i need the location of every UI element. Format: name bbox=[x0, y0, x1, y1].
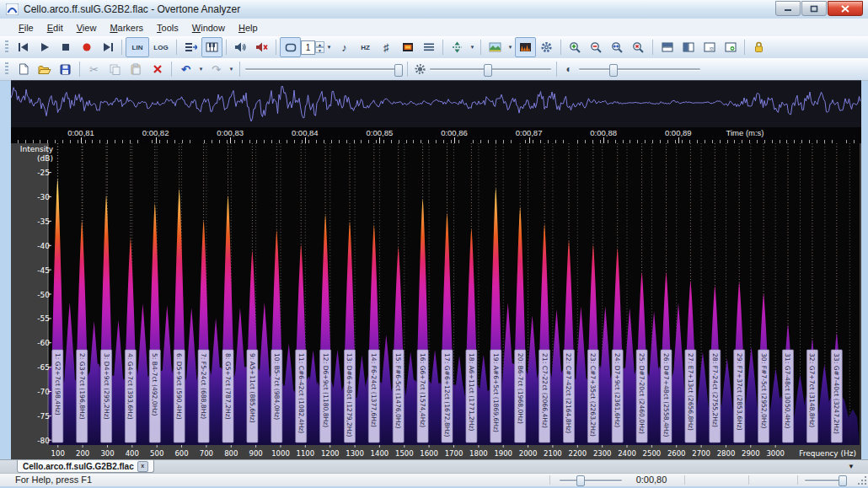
slider-thumb[interactable] bbox=[839, 475, 847, 486]
svg-text:31: G7-48ct (3050,4Hz): 31: G7-48ct (3050,4Hz) bbox=[784, 353, 791, 429]
status-time-slider[interactable] bbox=[558, 473, 624, 488]
menu-item-window[interactable]: Window bbox=[185, 21, 232, 35]
loop-count-spinner[interactable]: 1 ▲ ▼ bbox=[301, 40, 324, 55]
mute-button[interactable] bbox=[251, 37, 272, 57]
minimize-button[interactable] bbox=[775, 1, 801, 16]
spectrum-panel[interactable]: 1: G2+7ct (98,4Hz)2: G3+7ct (196,8Hz)3: … bbox=[11, 143, 861, 459]
delete-button[interactable] bbox=[147, 59, 168, 79]
svg-text:8: G5+7ct (787,2Hz): 8: G5+7ct (787,2Hz) bbox=[224, 353, 232, 420]
maximize-button[interactable] bbox=[801, 1, 827, 16]
play-button[interactable] bbox=[34, 37, 55, 57]
close-button[interactable] bbox=[828, 1, 863, 16]
svg-text:14: F6-24ct (1377,6Hz): 14: F6-24ct (1377,6Hz) bbox=[370, 353, 378, 427]
redo-button[interactable]: ↷ bbox=[206, 59, 227, 79]
svg-text:26: D#7+48ct (2558,4Hz): 26: D#7+48ct (2558,4Hz) bbox=[662, 353, 670, 437]
brightness-sun-icon bbox=[414, 63, 426, 75]
zoom-reset-button[interactable] bbox=[628, 37, 649, 57]
loop-toggle-button[interactable] bbox=[280, 37, 301, 57]
linear-scale-button[interactable]: LIN bbox=[126, 37, 149, 57]
status-help-text: For Help, press F1 bbox=[15, 475, 92, 485]
slider-track bbox=[245, 68, 402, 70]
log-scale-button[interactable]: LOG bbox=[149, 37, 173, 57]
peak-label: 16: G6+7ct (1574,4Hz) bbox=[417, 350, 428, 442]
settings-button[interactable] bbox=[536, 37, 557, 57]
lock-icon bbox=[753, 41, 764, 53]
time-tick bbox=[454, 137, 455, 143]
menu-item-tools[interactable]: Tools bbox=[150, 21, 185, 35]
new-pane-icon bbox=[725, 42, 737, 52]
redo-history-dropdown[interactable]: ▼ bbox=[227, 61, 236, 78]
undo-history-dropdown[interactable]: ▼ bbox=[196, 61, 206, 78]
toolbar-grip[interactable] bbox=[5, 62, 8, 76]
layout-horizontal-split-button[interactable] bbox=[656, 37, 678, 57]
toolbar-grip[interactable] bbox=[5, 40, 8, 54]
slider-thumb[interactable] bbox=[484, 64, 492, 77]
document-tab[interactable]: Cello.arco.ff.sulG.G2B2.flac x bbox=[17, 460, 154, 473]
fit-vertical-button[interactable] bbox=[447, 37, 468, 57]
layout-close-pane-button[interactable] bbox=[699, 37, 720, 57]
svg-text:1300: 1300 bbox=[346, 449, 364, 458]
skip-to-start-button[interactable] bbox=[13, 37, 34, 57]
menu-item-view[interactable]: View bbox=[70, 21, 104, 35]
peak-label: 26: D#7+48ct (2558,4Hz) bbox=[661, 350, 672, 442]
spinner-up-icon[interactable]: ▲ bbox=[315, 41, 324, 47]
brightness-slider[interactable] bbox=[428, 62, 553, 77]
spectrogram-colors-button[interactable] bbox=[397, 37, 418, 57]
menu-item-markers[interactable]: Markers bbox=[103, 21, 150, 35]
save-file-button[interactable] bbox=[55, 59, 76, 79]
open-file-button[interactable] bbox=[34, 59, 55, 79]
contrast-slider[interactable] bbox=[577, 62, 702, 77]
resize-grip[interactable] bbox=[857, 475, 867, 485]
waveform-panel[interactable] bbox=[11, 80, 861, 128]
spinner-down-icon[interactable]: ▼ bbox=[315, 47, 324, 53]
sharp-icon: ♯ bbox=[383, 42, 389, 53]
record-button[interactable] bbox=[76, 37, 97, 57]
play-icon bbox=[40, 42, 50, 52]
tab-list-dropdown[interactable]: ▼ bbox=[848, 463, 855, 470]
skip-to-end-button[interactable] bbox=[97, 37, 118, 57]
time-ruler[interactable]: 0:00,810:00,820:00,830:00,840:00,850:00,… bbox=[11, 127, 861, 144]
menu-item-file[interactable]: File bbox=[12, 21, 40, 35]
lock-view-button[interactable] bbox=[748, 37, 769, 57]
status-zoom-slider[interactable] bbox=[803, 473, 847, 488]
colormap-dropdown[interactable]: ▼ bbox=[506, 39, 515, 56]
svg-text:100: 100 bbox=[51, 449, 65, 458]
loop-count-value[interactable]: 1 bbox=[301, 40, 315, 55]
fit-vertical-dropdown[interactable]: ▼ bbox=[468, 39, 477, 56]
zoom-fit-width-button[interactable] bbox=[607, 37, 628, 57]
spectrum-plot[interactable]: 1: G2+7ct (98,4Hz)2: G3+7ct (196,8Hz)3: … bbox=[11, 143, 861, 459]
layout-vertical-split-button[interactable] bbox=[678, 37, 699, 57]
accidentals-button[interactable]: ♯ bbox=[376, 37, 397, 57]
layout-new-pane-button[interactable] bbox=[720, 37, 741, 57]
paste-button[interactable] bbox=[126, 59, 147, 79]
copy-button[interactable] bbox=[104, 59, 126, 79]
slider-thumb[interactable] bbox=[576, 475, 585, 486]
undo-button[interactable]: ↶ bbox=[175, 59, 196, 79]
cut-button[interactable]: ✂ bbox=[83, 59, 104, 79]
spectrum-view-button[interactable] bbox=[515, 37, 536, 57]
stop-button[interactable] bbox=[55, 37, 76, 57]
playback-position-slider[interactable] bbox=[244, 62, 404, 77]
colormap-button[interactable] bbox=[485, 37, 506, 57]
waveform-plot bbox=[11, 81, 861, 128]
marker-list-button[interactable] bbox=[180, 37, 201, 57]
zoom-out-button[interactable] bbox=[586, 37, 607, 57]
new-file-button[interactable] bbox=[13, 59, 34, 79]
svg-text:5: B4-7ct (492,0Hz): 5: B4-7ct (492,0Hz) bbox=[151, 353, 158, 416]
audio-output-button[interactable] bbox=[230, 37, 251, 57]
keyboard-view-button[interactable] bbox=[201, 37, 222, 57]
tab-close-icon[interactable]: x bbox=[137, 461, 148, 472]
note-names-button[interactable]: ♪ bbox=[334, 37, 355, 57]
svg-text:-75: -75 bbox=[37, 412, 50, 421]
slider-thumb[interactable] bbox=[394, 64, 403, 77]
frequency-unit-button[interactable]: HZ bbox=[355, 37, 376, 57]
grid-lines-button[interactable] bbox=[418, 37, 439, 57]
menu-item-edit[interactable]: Edit bbox=[40, 21, 70, 35]
loop-options-dropdown[interactable]: ▼ bbox=[324, 39, 334, 56]
slider-thumb[interactable] bbox=[609, 64, 618, 77]
zoom-in-button[interactable] bbox=[565, 37, 586, 57]
peak-label: 20: B6-7ct (1968,0Hz) bbox=[515, 350, 526, 442]
menu-item-help[interactable]: Help bbox=[232, 21, 265, 35]
time-tick-label: 0:00,87 bbox=[516, 128, 543, 137]
svg-text:3: D4+9ct (295,2Hz): 3: D4+9ct (295,2Hz) bbox=[103, 353, 110, 420]
